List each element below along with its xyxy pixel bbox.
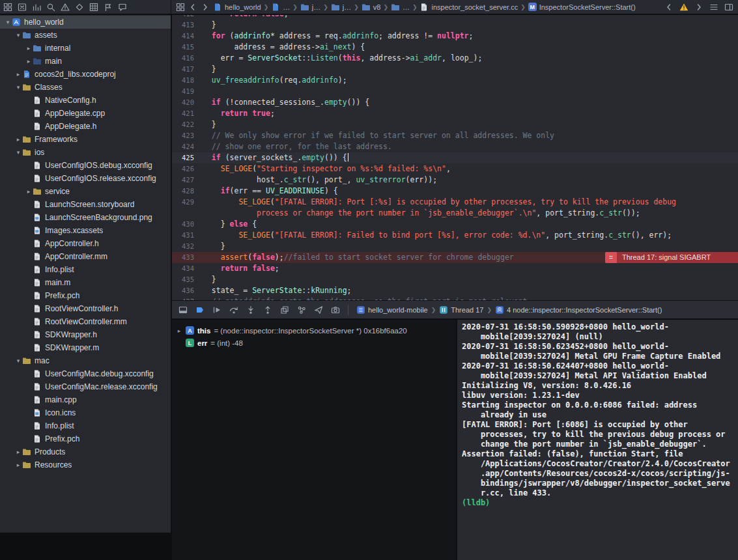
code-line-wrap[interactable]: process or change the port number in `js… — [172, 208, 738, 219]
code-line-423[interactable]: 423 // We only show error if we failed t… — [172, 130, 738, 141]
variables-view[interactable]: ▸Athis= (node::inspector::InspectorSocke… — [172, 320, 457, 560]
disclosure-icon[interactable]: ▾ — [14, 84, 22, 91]
line-number[interactable]: 427 — [172, 175, 203, 186]
sidebar-item-nativeconfig-h[interactable]: NativeConfig.h — [0, 94, 171, 107]
code-line-422[interactable]: 422 } — [172, 119, 738, 130]
line-number[interactable]: 417 — [172, 64, 203, 75]
disclosure-icon[interactable]: ▸ — [14, 71, 22, 77]
sidebar-item-products[interactable]: ▸Products — [0, 445, 171, 458]
line-number[interactable]: 415 — [172, 42, 203, 53]
chevright-icon[interactable] — [694, 3, 703, 12]
debug-crumb-hello-world-mobile[interactable]: hello_world-mobile — [356, 305, 428, 315]
line-number[interactable]: 422 — [172, 119, 203, 130]
disclosure-icon[interactable]: ▸ — [176, 328, 182, 334]
debug-crumb-4-node-inspector-inspectorsocketserver-start[interactable]: 4 node::inspector::InspectorSocketServer… — [495, 305, 662, 315]
sidebar-item-prefix-pch[interactable]: Prefix.pch — [0, 432, 171, 445]
disclosure-icon[interactable]: ▸ — [25, 45, 33, 51]
line-number[interactable]: 419 — [172, 86, 203, 97]
pane-icon[interactable] — [724, 3, 733, 12]
sidebar-item-main-cpp[interactable]: main.cpp — [0, 393, 171, 406]
line-number[interactable]: 421 — [172, 108, 203, 119]
debug-stepin-button[interactable] — [246, 305, 255, 315]
sidebar-item-userconfigios-debug-xcconfig[interactable]: UserConfigIOS.debug.xcconfig — [0, 159, 171, 172]
sidebar-item-sdkwrapper-m[interactable]: SDKWrapper.m — [0, 341, 171, 354]
code-line-415[interactable]: 415 address = address->ai_next) { — [172, 42, 738, 53]
sidebar-item-icon-icns[interactable]: Icon.icns — [0, 406, 171, 419]
back-icon[interactable] — [188, 3, 197, 12]
sidebar-item-userconfigmac-release-xcconfig[interactable]: UserConfigMac.release.xcconfig — [0, 380, 171, 393]
code-line-414[interactable]: 414 for (addrinfo* address = req.addrinf… — [172, 31, 738, 42]
line-number[interactable]: 426 — [172, 163, 203, 175]
navigator-tab-tiles[interactable] — [89, 3, 98, 12]
debug-memgraph-button[interactable] — [297, 305, 306, 315]
line-number[interactable]: 423 — [172, 130, 203, 141]
sidebar-item-appcontroller-mm[interactable]: AppController.mm — [0, 250, 171, 263]
sidebar-item-cocos2d-libs-xcodeproj[interactable]: ▸cocos2d_libs.xcodeproj — [0, 68, 171, 81]
sidebar-item-mac[interactable]: ▾mac — [0, 354, 171, 367]
code-line-433[interactable]: 433 assert(false);//failed to start sock… — [172, 252, 738, 263]
jump-crumb-inspector-socket-server-cc[interactable]: inspector_socket_server.cc — [419, 3, 518, 12]
disclosure-icon[interactable]: ▾ — [4, 19, 12, 25]
disclosure-icon[interactable]: ▸ — [14, 462, 22, 468]
sidebar-item-rootviewcontroller-h[interactable]: RootViewController.h — [0, 302, 171, 315]
code-line-425[interactable]: 425 if (server_sockets_.empty()) { — [172, 152, 738, 163]
code-line-430[interactable]: 430 } else { — [172, 219, 738, 230]
sidebar-item-sdkwrapper-h[interactable]: SDKWrapper.h — [0, 328, 171, 341]
code-line-418[interactable]: 418 uv_freeaddrinfo(req.addrinfo); — [172, 75, 738, 86]
line-number[interactable]: 425 — [172, 152, 203, 163]
code-line-434[interactable]: 434 return false; — [172, 263, 738, 274]
navigator-tab-diamond[interactable] — [75, 3, 84, 12]
disclosure-icon[interactable]: ▸ — [25, 188, 33, 195]
code-editor[interactable]: 412 return false;413 }414 for (addrinfo*… — [172, 15, 738, 300]
disclosure-icon[interactable]: ▸ — [25, 58, 33, 64]
sidebar-item-rootviewcontroller-mm[interactable]: RootViewController.mm — [0, 315, 171, 328]
jump-crumb-j[interactable]: j… — [300, 3, 320, 12]
navigator-tab-xsquare[interactable] — [18, 3, 27, 12]
variable-row-err[interactable]: Lerr= (int) -48 — [176, 337, 456, 349]
code-line-413[interactable]: 413 } — [172, 20, 738, 31]
disclosure-icon[interactable]: ▸ — [14, 449, 22, 455]
code-line-412[interactable]: 412 return false; — [172, 15, 738, 20]
sidebar-item-resources[interactable]: ▸Resources — [0, 458, 171, 471]
sidebar-item-prefix-pch[interactable]: Prefix.pch — [0, 289, 171, 302]
line-number[interactable]: 413 — [172, 20, 203, 31]
debug-viewhier-button[interactable] — [280, 305, 289, 315]
jump-crumb-inspectorsocketserver-start[interactable]: MInspectorSocketServer::Start() — [528, 3, 636, 11]
sidebar-item-main-m[interactable]: main.m — [0, 276, 171, 289]
line-number[interactable]: 424 — [172, 141, 203, 152]
navigator-tab-warning[interactable] — [61, 3, 70, 12]
jump-crumb-ellipsis[interactable]: … — [271, 3, 290, 12]
code-line-432[interactable]: 432 } — [172, 241, 738, 252]
sidebar-item-images-xcassets[interactable]: Images.xcassets — [0, 224, 171, 237]
code-line-431[interactable]: 431 SE_LOGE("[FATAL ERROR]: Failed to bi… — [172, 230, 738, 241]
code-line-419[interactable]: 419 — [172, 86, 738, 97]
debug-stepout-button[interactable] — [263, 305, 272, 315]
jump-crumb-v8[interactable]: v8 — [362, 3, 381, 12]
chevleft-icon[interactable] — [664, 3, 674, 12]
code-line-427[interactable]: 427 host_.c_str(), port_, uv_strerror(er… — [172, 175, 738, 186]
line-number[interactable]: 435 — [172, 274, 203, 285]
warnyellow-icon[interactable] — [679, 3, 688, 12]
jump-crumb-hello-world[interactable]: hello_world — [213, 3, 261, 12]
line-number[interactable]: 418 — [172, 75, 203, 86]
line-number[interactable]: 430 — [172, 219, 203, 230]
sidebar-item-appdelegate-cpp[interactable]: AppDelegate.cpp — [0, 107, 171, 120]
code-line-426[interactable]: 426 SE_LOGE("Starting inspector on %s:%d… — [172, 163, 738, 175]
debug-stepover-button[interactable] — [229, 305, 238, 315]
sidebar-item-info-plist[interactable]: Info.plist — [0, 419, 171, 432]
sidebar-item-userconfigios-release-xcconfig[interactable]: UserConfigIOS.release.xcconfig — [0, 172, 171, 185]
forward-icon[interactable] — [201, 3, 210, 12]
sidebar-item-internal[interactable]: ▸internal — [0, 42, 171, 55]
navigator-tab-chart[interactable] — [32, 3, 41, 12]
list-icon[interactable] — [709, 3, 718, 12]
navigator-tab-grid4[interactable] — [3, 3, 12, 12]
disclosure-icon[interactable]: ▾ — [14, 32, 22, 38]
jump-crumb-ellipsis[interactable]: … — [391, 3, 410, 12]
line-number[interactable]: 436 — [172, 285, 203, 296]
line-number[interactable]: 433 — [172, 252, 203, 263]
sidebar-item-assets[interactable]: ▾assets — [0, 29, 171, 42]
code-line-421[interactable]: 421 return true; — [172, 108, 738, 119]
line-number[interactable]: 431 — [172, 230, 203, 241]
sidebar-item-main[interactable]: ▸main — [0, 55, 171, 68]
navigator-tab-flag[interactable] — [104, 3, 113, 12]
